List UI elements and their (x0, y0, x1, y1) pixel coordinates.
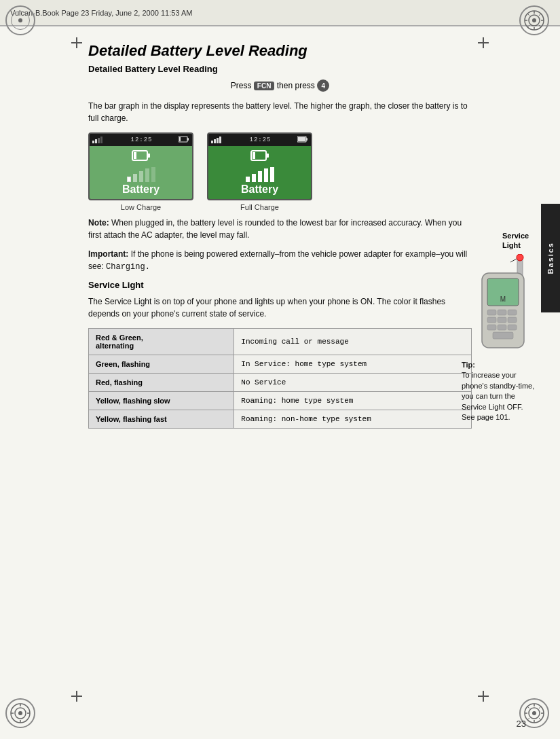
header-divider (0, 26, 560, 26)
corner-dot-tl (18, 18, 22, 22)
svg-rect-44 (306, 138, 307, 141)
svg-rect-38 (134, 152, 136, 159)
right-panel: ServiceLight M (468, 231, 536, 355)
full-battery-charging-icon (250, 149, 269, 164)
svg-rect-61 (498, 325, 506, 330)
svg-text:M: M (500, 295, 506, 303)
low-charge-caption: Low Charge (88, 203, 193, 211)
gear-icon-tr (522, 8, 546, 33)
crosshair-br (478, 691, 489, 702)
svg-rect-60 (487, 325, 496, 330)
signal-icon-full (211, 135, 223, 145)
time-low: 12:25 (130, 137, 152, 143)
table-cell-color-2: Green, flashing (89, 355, 234, 374)
battery-body-text: The bar graph in the display represents … (88, 100, 472, 124)
svg-line-26 (539, 718, 541, 720)
page: Vulcan-B.Book Page 23 Friday, June 2, 20… (0, 0, 560, 739)
corner-inner-tl (11, 11, 30, 30)
full-bar-chart (246, 167, 274, 182)
table-row: Red, flashing No Service (89, 374, 472, 392)
svg-rect-59 (508, 317, 517, 323)
phone-illustration: M (475, 254, 540, 353)
svg-rect-54 (487, 310, 496, 315)
important-paragraph: Important: If the phone is being powered… (88, 248, 472, 273)
press-instruction: Press FCN then press 4 (88, 79, 472, 92)
svg-rect-62 (508, 325, 517, 330)
low-charge-display: 12:25 (88, 132, 193, 211)
svg-line-27 (539, 706, 541, 708)
full-charge-screen: 12:25 (207, 132, 312, 200)
svg-rect-57 (487, 317, 496, 323)
low-charge-screen: 12:25 (88, 132, 193, 200)
svg-line-51 (510, 259, 517, 262)
svg-rect-55 (498, 310, 506, 315)
crosshair-bl (71, 691, 82, 702)
table-row: Green, flashing In Service: home type sy… (89, 355, 472, 374)
low-screen-main: Battery (90, 146, 192, 199)
full-charge-display: 12:25 (207, 132, 312, 211)
full-charge-caption: Full Charge (207, 203, 312, 211)
main-content: Detailed Battery Level Reading Detailed … (88, 34, 472, 698)
table-row: Red & Green,alternating Incoming call or… (89, 329, 472, 355)
service-table-body: Red & Green,alternating Incoming call or… (89, 329, 472, 429)
svg-rect-47 (266, 154, 269, 158)
sidebar-tab: Basics (541, 204, 560, 312)
svg-line-7 (527, 14, 529, 16)
low-charge-screen-label: Battery (122, 183, 160, 196)
low-battery-charging-icon (132, 149, 151, 164)
low-bar-chart (127, 167, 155, 182)
svg-rect-45 (298, 137, 305, 141)
battery-status-full (297, 136, 308, 145)
svg-rect-63 (493, 332, 513, 339)
tip-text: To increase your phone's standby-time, y… (462, 371, 534, 421)
svg-rect-56 (508, 310, 517, 315)
corner-circle-tr (519, 5, 549, 35)
sidebar-tab-label: Basics (546, 242, 555, 274)
service-light-label: ServiceLight (502, 231, 536, 251)
note-text: When plugged in, the battery level is ro… (88, 218, 462, 240)
svg-line-25 (527, 706, 529, 708)
full-screen-status: 12:25 (208, 134, 311, 146)
table-cell-color-4: Yellow, flashing slow (89, 392, 234, 410)
svg-rect-30 (95, 139, 97, 143)
svg-line-9 (539, 14, 541, 16)
svg-point-20 (532, 711, 536, 715)
svg-rect-40 (214, 139, 216, 143)
important-label: Important: (88, 249, 131, 259)
corner-circle-tl (5, 5, 35, 35)
press-label: Press (231, 81, 252, 90)
table-row: Yellow, flashing fast Roaming: non-home … (89, 410, 472, 429)
note-label: Note: (88, 218, 111, 228)
service-light-heading: Service Light (88, 280, 472, 290)
svg-line-10 (527, 25, 529, 27)
table-cell-desc-3: No Service (234, 374, 472, 392)
service-table: Red & Green,alternating Incoming call or… (88, 328, 472, 429)
full-screen-main: Battery (208, 146, 311, 199)
num4-key: 4 (317, 79, 329, 92)
gear-icon-bl (8, 701, 33, 725)
table-cell-desc-5: Roaming: non-home type system (234, 410, 472, 429)
svg-rect-48 (253, 152, 255, 159)
corner-circle-bl (5, 698, 35, 728)
svg-rect-29 (92, 141, 94, 143)
charging-code: Charging. (106, 262, 150, 272)
corner-decoration-bl (5, 698, 41, 734)
svg-rect-39 (211, 141, 213, 143)
low-screen-status: 12:25 (90, 134, 192, 146)
note-paragraph: Note: When plugged in, the battery level… (88, 217, 472, 241)
service-light-section: Service Light The Service Light is on to… (88, 280, 472, 429)
signal-icon-low (92, 135, 105, 145)
table-row: Yellow, flashing slow Roaming: home type… (89, 392, 472, 410)
corner-decoration-tl (5, 5, 41, 41)
svg-rect-58 (498, 317, 506, 323)
svg-point-2 (532, 18, 536, 22)
svg-rect-31 (98, 138, 100, 143)
displays-row: 12:25 (88, 132, 472, 211)
page-title: Detailed Battery Level Reading (88, 42, 472, 60)
crosshair-tl (71, 37, 82, 48)
tip-box: Tip: To increase your phone's standby-ti… (462, 360, 536, 422)
corner-decoration-tr (519, 5, 555, 41)
table-cell-color-3: Red, flashing (89, 374, 234, 392)
table-cell-color-5: Yellow, flashing fast (89, 410, 234, 429)
svg-rect-37 (147, 154, 150, 158)
